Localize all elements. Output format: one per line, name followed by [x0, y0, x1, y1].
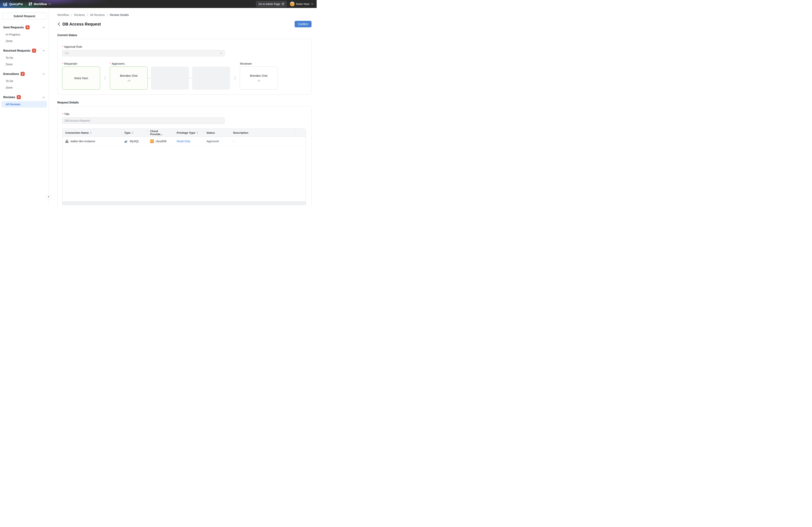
requester-node: Keira Yoon — [62, 67, 100, 90]
chevron-right-icon — [71, 14, 72, 16]
nav-group-received-requests: Received Requests 1 To Do Done — [0, 47, 48, 68]
table-row[interactable]: walter-dev-instance MySQL aws — [62, 137, 306, 146]
title-label: *Title — [62, 112, 307, 116]
sidebar-group-received-requests[interactable]: Received Requests 1 — [0, 47, 48, 55]
nav-group-executions: Executions 2 To Do Done — [0, 70, 48, 91]
aws-icon: aws — [150, 139, 154, 143]
group-label: Received Requests — [3, 49, 30, 52]
sidebar-item-received-done[interactable]: Done — [2, 61, 47, 68]
approvers-label: *Approvers — [110, 62, 125, 65]
chevron-right-icon — [100, 76, 110, 80]
column-header-description: Description — [230, 129, 295, 137]
chevron-up-icon — [42, 50, 45, 52]
group-label: Executions — [3, 72, 19, 75]
admin-button-label: Go to Admin Page — [259, 2, 280, 5]
sidebar-item-all-reviews[interactable]: All Reviews — [2, 101, 47, 108]
column-header-connection-name[interactable]: Connection Name — [62, 129, 121, 137]
sidebar-collapse-button[interactable] — [46, 194, 52, 199]
chevron-right-icon — [230, 76, 240, 80]
row-actions-cell — [295, 137, 305, 146]
sidebar-group-reviews[interactable]: Reviews 2 — [0, 93, 48, 101]
description-cell: - — [230, 137, 295, 146]
privilege-type-cell: Read-Only — [174, 137, 204, 146]
main-content: Workflow Reviews All Reviews Review Deta… — [49, 8, 317, 205]
approver-node: Brendon Choi +5 — [110, 67, 148, 90]
sidebar-nav: Sent Requests 4 In Progress Done Receive… — [0, 24, 48, 108]
cloud-provider-cell: aws cloudDB — [147, 137, 174, 146]
requester-label: *Requester — [62, 62, 77, 65]
sidebar-item-sent-in-progress[interactable]: In Progress — [2, 31, 47, 38]
sidebar-group-executions[interactable]: Executions 2 — [0, 70, 48, 78]
column-header-privilege-type[interactable]: Privilege Type — [174, 129, 204, 137]
breadcrumb-reviews[interactable]: Reviews — [74, 13, 85, 16]
nav-group-sent-requests: Sent Requests 4 In Progress Done — [0, 24, 48, 44]
app-name: Workflow — [34, 2, 47, 6]
sidebar: Submit Request Sent Requests 4 In Progre… — [0, 8, 49, 205]
approver-extra-count: +5 — [127, 80, 130, 82]
user-name: Keira Yoon — [296, 2, 309, 5]
chevron-down-icon — [48, 3, 51, 5]
go-to-admin-page-button[interactable]: Go to Admin Page — [256, 1, 287, 7]
breadcrumb-all-reviews[interactable]: All Reviews — [90, 13, 105, 16]
approver-name: Brendon Choi — [120, 74, 137, 77]
approval-flow: Keira Yoon Brendon Choi +5 Brendon Choi — [62, 67, 307, 90]
required-asterisk: * — [62, 112, 63, 116]
sidebar-item-received-to-do[interactable]: To Do — [2, 55, 47, 61]
chevron-right-icon — [107, 14, 108, 16]
brand-name: QueryPie — [9, 2, 23, 6]
external-link-icon — [281, 3, 284, 5]
chevron-up-icon — [42, 97, 45, 98]
reviewer-extra-count: +5 — [257, 80, 260, 82]
privilege-type-link[interactable]: Read-Only — [177, 140, 190, 143]
count-badge: 4 — [26, 25, 30, 29]
count-badge: 2 — [17, 95, 21, 99]
sidebar-item-executions-to-do[interactable]: To Do — [2, 78, 47, 84]
confirm-button[interactable]: Confirm — [294, 21, 311, 27]
required-asterisk: * — [62, 45, 63, 48]
reviewer-label: Reviewer — [240, 62, 252, 65]
sidebar-group-sent-requests[interactable]: Sent Requests 4 — [0, 24, 48, 31]
querypie-logo-icon — [3, 2, 8, 6]
title-input: DB Access Request — [62, 117, 224, 124]
type-cell: MySQL — [121, 137, 147, 146]
breadcrumb: Workflow Reviews All Reviews Review Deta… — [57, 13, 311, 16]
mysql-icon — [124, 140, 128, 143]
group-label: Reviews — [3, 96, 15, 99]
breadcrumb-workflow[interactable]: Workflow — [57, 13, 69, 16]
flow-connector — [189, 78, 192, 79]
connection-name-cell: walter-dev-instance — [62, 137, 121, 146]
count-badge: 2 — [20, 72, 25, 76]
sort-icon — [132, 131, 133, 134]
sidebar-item-sent-done[interactable]: Done — [2, 38, 47, 44]
table-header: Connection Name Type Cloud Provide... Pr… — [62, 129, 306, 137]
sidebar-item-executions-done[interactable]: Done — [2, 84, 47, 91]
submit-request-button[interactable]: Submit Request — [2, 13, 47, 19]
column-header-type[interactable]: Type — [121, 129, 147, 137]
chevron-up-icon — [42, 27, 45, 28]
request-details-card: *Title DB Access Request Connection Name… — [57, 106, 311, 205]
table-horizontal-scrollbar[interactable] — [62, 201, 306, 205]
count-badge: 1 — [32, 48, 36, 53]
column-header-status: Status — [204, 129, 230, 137]
app-switcher[interactable]: Workflow — [29, 2, 50, 6]
back-button[interactable] — [57, 22, 60, 26]
group-label: Sent Requests — [3, 26, 24, 29]
chevron-right-icon — [87, 14, 88, 16]
brand: QueryPie — [3, 2, 23, 6]
status-cell: Approved — [204, 137, 230, 146]
user-avatar — [290, 2, 294, 6]
page-title-row: DB Access Request Confirm — [57, 21, 311, 27]
column-header-cloud-provider: Cloud Provide... — [147, 129, 174, 137]
reviewer-node: Brendon Choi +5 — [240, 67, 278, 90]
flow-connector — [148, 78, 151, 79]
title-value: DB Access Request — [65, 119, 90, 122]
approval-rule-value: PM — [65, 52, 69, 55]
requester-name: Keira Yoon — [74, 76, 88, 80]
sort-icon — [90, 131, 91, 134]
breadcrumb-review-details: Review Details — [110, 13, 129, 16]
approval-step-node-empty — [192, 67, 230, 90]
connection-hierarchy-icon — [65, 140, 69, 143]
chevron-down-icon — [220, 53, 222, 54]
approval-rule-label: *Approval Rule — [62, 45, 307, 48]
user-menu[interactable]: Keira Yoon — [290, 2, 314, 6]
